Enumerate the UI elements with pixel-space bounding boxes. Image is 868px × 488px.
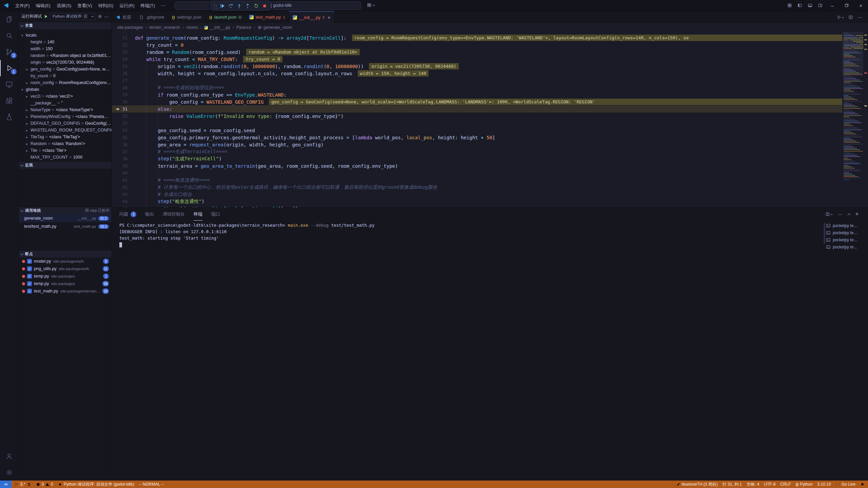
go-live[interactable]: Go Live xyxy=(833,481,858,488)
debug-status[interactable]: Python 调试程序: 启动文件 (godot-ldtk) xyxy=(56,481,136,488)
breakpoint-row[interactable]: ✓temp.pysite-packages58 xyxy=(19,280,112,287)
variable-row[interactable]: try_count=0 xyxy=(19,73,112,79)
split-editor-icon[interactable] xyxy=(848,15,853,20)
step-out-button[interactable] xyxy=(243,2,252,10)
language-mode[interactable]: {}Python xyxy=(793,481,815,488)
menu-item-3[interactable]: 查看(V) xyxy=(74,0,95,11)
minimap[interactable] xyxy=(842,32,863,183)
start-debug-button[interactable] xyxy=(43,14,48,19)
panel-tab-输出[interactable]: 输出 xyxy=(145,208,154,221)
activitybar-item-explorer[interactable] xyxy=(0,11,18,27)
variables-tree[interactable]: ▾localsheight=140width=150random=<Random… xyxy=(19,29,112,161)
close-icon[interactable]: × xyxy=(328,15,331,20)
drag-handle-icon[interactable] xyxy=(213,3,217,9)
debug-config-select[interactable]: Python 调试程序: 启 xyxy=(50,13,96,20)
activitybar-item-accounts[interactable] xyxy=(0,448,18,464)
continue-button[interactable] xyxy=(218,2,226,10)
activitybar-item-extensions[interactable] xyxy=(0,93,18,109)
breakpoints-list[interactable]: ✓model.pysite-packages\wfc6✓png_utils.py… xyxy=(19,258,112,481)
terminal-list-item[interactable]: pocketpy te… xyxy=(826,236,865,243)
customize-layout-icon[interactable] xyxy=(785,0,795,11)
variable-row[interactable]: MAX_TRY_COUNT=1000 xyxy=(19,154,112,161)
run-python-file-icon[interactable] xyxy=(837,15,844,20)
variable-row[interactable]: ▸TileTag=<class 'TileTag'> xyxy=(19,134,112,140)
restart-button[interactable] xyxy=(252,2,260,10)
watch-body[interactable] xyxy=(19,169,112,207)
section-header-watch[interactable]: 监视 xyxy=(19,161,112,169)
panel-tab-终端[interactable]: 终端 xyxy=(194,208,202,221)
more-actions-icon[interactable]: ⋯ xyxy=(104,14,109,19)
variable-row[interactable]: random=<Random object at 0x1bf9d01e… xyxy=(19,52,112,59)
call-stack-list[interactable]: generate_room__init__.py31:1test/test_ma… xyxy=(19,214,112,250)
activitybar-item-run-and-debug[interactable]: 1 xyxy=(0,60,18,76)
encoding[interactable]: UTF-8 xyxy=(762,481,778,488)
checkbox-checked[interactable]: ✓ xyxy=(27,259,32,264)
toggle-secondary-sidebar-icon[interactable] xyxy=(815,0,825,11)
menu-item-0[interactable]: 文件(F) xyxy=(12,0,33,11)
breadcrumb-item[interactable]: __init__.py xyxy=(204,25,230,30)
breadcrumb-item[interactable]: terrain_research xyxy=(149,25,180,30)
panel-tab-端口[interactable]: 端口 xyxy=(211,208,220,221)
menu-item-7[interactable]: ⋯ xyxy=(158,0,169,11)
activitybar-item-settings[interactable] xyxy=(0,464,18,481)
maximize-panel-icon[interactable] xyxy=(847,213,850,216)
checkbox-checked[interactable]: ✓ xyxy=(27,289,32,293)
more-actions-icon[interactable]: ⋯ xyxy=(858,15,863,20)
tab-__init__.py[interactable]: __init__.py2× xyxy=(289,11,335,23)
variables-group-locals[interactable]: ▾locals xyxy=(19,32,112,39)
step-over-button[interactable] xyxy=(226,2,235,10)
terminal-output[interactable]: PS C:\computer_science\godot-ldtk\site-p… xyxy=(112,222,821,481)
activitybar-item-remote-explorer[interactable] xyxy=(0,76,18,93)
close-panel-icon[interactable]: × xyxy=(855,211,859,217)
problems-indicator[interactable]: 3 0 xyxy=(34,481,56,488)
menu-item-1[interactable]: 编辑(E) xyxy=(33,0,54,11)
panel-tab-调试控制台[interactable]: 调试控制台 xyxy=(163,208,185,221)
variable-row[interactable]: ▸Tile=<class 'Tile'> xyxy=(19,147,112,154)
tab-settings.json[interactable]: {}settings.json xyxy=(168,11,205,23)
breadcrumb-item[interactable]: site-packages xyxy=(117,25,143,30)
step-into-button[interactable] xyxy=(235,2,243,10)
call-stack-frame[interactable]: generate_room__init__.py31:1 xyxy=(19,214,112,222)
breakpoint-row[interactable]: ✓test_math.pysite-packages\terrain_res…1… xyxy=(19,287,112,295)
menu-item-5[interactable]: 运行(R) xyxy=(116,0,137,11)
variable-row[interactable]: ▸room_config=RoomRequestConfig(env_t… xyxy=(19,79,112,86)
close-button[interactable]: × xyxy=(854,0,868,11)
tab-launch.json[interactable]: {}launch.jsonU xyxy=(205,11,245,23)
panel-tab-问题[interactable]: 问题3 xyxy=(119,208,136,221)
menu-item-6[interactable]: 终端(T) xyxy=(137,0,158,11)
variable-row[interactable]: ▸geo_config=GeoConfig(seed=None, wor… xyxy=(19,66,112,73)
more-actions-icon[interactable]: ⋯ xyxy=(838,211,843,217)
checkbox-checked[interactable]: ✓ xyxy=(27,274,32,279)
breadcrumb-item[interactable]: rooms xyxy=(186,25,198,30)
profile-icon[interactable] xyxy=(367,3,375,7)
checkbox-checked[interactable]: ✓ xyxy=(27,266,32,271)
stop-button[interactable] xyxy=(260,2,269,10)
activitybar-item-testing[interactable] xyxy=(0,109,18,125)
code-editor[interactable]: 2021def generate_room(room_config: RoomR… xyxy=(112,32,868,207)
terminal-list-item[interactable]: pocketpy te… xyxy=(826,222,865,229)
checkbox-checked[interactable]: ✓ xyxy=(27,281,32,286)
variable-row[interactable]: ▸vec2i=<class 'vec2i'> xyxy=(19,93,112,100)
remote-indicator[interactable]: >< xyxy=(0,481,12,488)
variable-row[interactable]: ▸PlanetaryWindConfig=<class 'Planeta… xyxy=(19,113,112,120)
breakpoint-row[interactable]: ✓temp.pysite-packages1 xyxy=(19,272,112,280)
terminal-list-item[interactable]: pocketpy te… xyxy=(826,243,865,250)
toggle-panel-icon[interactable] xyxy=(805,0,815,11)
variables-group-globals[interactable]: ▾globals xyxy=(19,86,112,93)
cursor-position[interactable]: 行 31, 列 1 xyxy=(720,481,744,488)
variable-row[interactable]: __package__='' xyxy=(19,100,112,106)
restore-button[interactable] xyxy=(840,0,854,11)
tab-欢迎[interactable]: 欢迎 xyxy=(112,11,135,23)
python-version[interactable]: 3.10.10 xyxy=(815,481,833,488)
variable-row[interactable]: origin=vec2i(7205730, 9024468) xyxy=(19,59,112,66)
gear-icon[interactable] xyxy=(97,14,102,19)
indentation[interactable]: 空格: 4 xyxy=(744,481,762,488)
breakpoint-row[interactable]: ✓model.pysite-packages\wfc6 xyxy=(19,258,112,265)
branch-indicator[interactable]: 主* xyxy=(12,481,34,488)
section-header-breakpoints[interactable]: 断点 xyxy=(19,250,112,258)
tab-test_math.py[interactable]: test_math.py1 xyxy=(245,11,289,23)
section-header-variables[interactable]: 变量 xyxy=(19,22,112,29)
tab-.gdignore[interactable]: .gdignore xyxy=(135,11,168,23)
breadcrumb-item[interactable]: generate_room xyxy=(258,25,292,30)
breadcrumb-item[interactable]: Pylance xyxy=(236,25,251,30)
